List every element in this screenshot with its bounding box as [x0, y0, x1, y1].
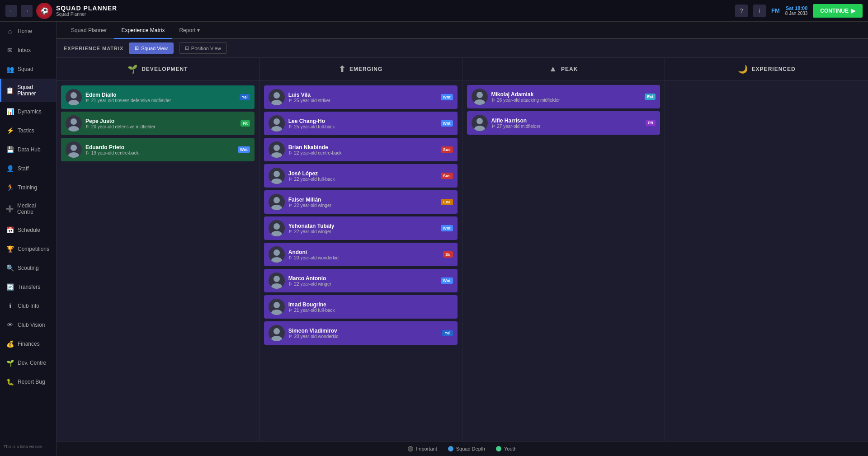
player-avatar: [269, 220, 285, 236]
sidebar-item-club-info[interactable]: ℹ Club Info: [0, 296, 56, 315]
player-desc: 🏳 22 year-old winger: [288, 282, 437, 287]
player-info: Mikolaj Adamiak 🏳 26 year-old attacking …: [491, 91, 642, 103]
sidebar-item-label: Schedule: [18, 227, 40, 233]
continue-button[interactable]: CONTINUE ▶: [813, 4, 863, 18]
forward-button[interactable]: →: [21, 5, 33, 17]
player-card[interactable]: Andoni 🏳 20 year-old wonderkid Su: [264, 243, 458, 266]
player-avatar: [269, 325, 285, 341]
squad-view-button[interactable]: ⊞ Squad View: [129, 42, 174, 54]
continue-label: CONTINUE: [820, 8, 849, 14]
svg-point-28: [476, 118, 483, 124]
column-emerging: ⬆EMERGING Luis Vila 🏳 25 year-old strike…: [259, 58, 462, 441]
tab-experience-matrix[interactable]: Experience Matrix: [114, 22, 172, 39]
sidebar-item-data-hub[interactable]: 💾 Data Hub: [0, 140, 56, 159]
sidebar-item-dynamics[interactable]: 📊 Dynamics: [0, 102, 56, 121]
player-info: José López 🏳 22 year-old full-back: [288, 170, 437, 182]
home-icon: ⌂: [6, 27, 14, 35]
player-desc: 🏳 21 year-old full-back: [288, 308, 453, 313]
inbox-icon: ✉: [6, 46, 14, 54]
emerging-icon: ⬆: [339, 64, 346, 74]
sidebar-item-staff[interactable]: 👤 Staff: [0, 159, 56, 178]
sidebar-item-squad[interactable]: 👥 Squad: [0, 60, 56, 79]
player-card[interactable]: Marco Antonio 🏳 22 year-old winger Wnt: [264, 269, 458, 292]
player-card[interactable]: José López 🏳 22 year-old full-back Sus: [264, 164, 458, 188]
svg-point-3: [68, 126, 79, 132]
player-badge: Wnt: [238, 146, 250, 153]
date-full: 8 Jan 2033: [785, 11, 808, 16]
player-card[interactable]: Imad Bougrine 🏳 21 year-old full-back: [264, 295, 458, 319]
sidebar-item-club-vision[interactable]: 👁 Club Vision: [0, 315, 56, 334]
dev-centre-icon: 🌱: [6, 359, 14, 367]
position-view-button[interactable]: ⊟ Position View: [179, 42, 227, 54]
player-card[interactable]: Mikolaj Adamiak 🏳 26 year-old attacking …: [467, 85, 660, 108]
player-desc: 🏳 20 year-old wonderkid: [288, 255, 439, 260]
player-avatar: [269, 299, 285, 315]
back-button[interactable]: ←: [5, 5, 17, 17]
player-avatar: [66, 115, 82, 132]
sidebar-item-label: Dev. Centre: [18, 360, 46, 366]
sidebar-item-label: Dynamics: [18, 108, 42, 115]
svg-point-17: [271, 231, 282, 236]
svg-point-19: [271, 257, 282, 263]
tab-squad-planner[interactable]: Squad Planner: [64, 22, 114, 39]
player-name: Lee Chang-Ho: [288, 118, 437, 124]
sidebar-item-inbox[interactable]: ✉ Inbox: [0, 41, 56, 60]
squad-depth-dot: [448, 446, 453, 451]
player-name: Luis Vila: [288, 92, 437, 98]
sidebar-item-dev-centre[interactable]: 🌱 Dev. Centre: [0, 353, 56, 372]
sidebar-item-medical[interactable]: ➕ Medical Centre: [0, 197, 56, 221]
player-name: José López: [288, 170, 437, 177]
player-avatar: [66, 89, 82, 105]
sidebar-item-report-bug[interactable]: 🐛 Report Bug: [0, 372, 56, 391]
tab-report[interactable]: Report ▾: [172, 22, 207, 39]
sidebar-item-schedule[interactable]: 📅 Schedule: [0, 221, 56, 240]
sidebar-item-home[interactable]: ⌂ Home: [0, 22, 56, 41]
svg-point-14: [274, 197, 280, 203]
help-icon[interactable]: ?: [735, 5, 748, 17]
player-desc: 🏳 22 year-old centre-back: [288, 150, 437, 155]
player-card[interactable]: Edem Diallo 🏳 21 year-old tireless defen…: [61, 85, 255, 109]
sidebar-item-tactics[interactable]: ⚡ Tactics: [0, 121, 56, 140]
sidebar-item-finances[interactable]: 💰 Finances: [0, 334, 56, 353]
svg-point-22: [274, 302, 280, 308]
player-badge: PR: [646, 120, 656, 126]
svg-point-13: [271, 179, 282, 184]
section-label: EXPERIENCE MATRIX: [64, 46, 123, 51]
squad-icon: 👥: [6, 65, 14, 73]
player-card[interactable]: Lee Chang-Ho 🏳 25 year-old full-back Wnt: [264, 112, 458, 135]
content-area: Squad Planner Experience Matrix Report ▾…: [57, 22, 868, 456]
top-bar-right: ? i FM Sat 18:00 8 Jan 2033 CONTINUE ▶: [735, 4, 863, 18]
svg-point-0: [71, 92, 77, 99]
player-badge: Yel: [442, 330, 453, 336]
player-card[interactable]: Yehonatan Tubaly 🏳 22 year-old winger Wn…: [264, 216, 458, 240]
fm-logo: FM: [771, 7, 780, 14]
player-badge: Loa: [441, 199, 453, 205]
player-card[interactable]: Pepe Justo 🏳 20 year-old defensive midfi…: [61, 112, 255, 135]
club-badge: ⚽: [36, 3, 52, 19]
player-card[interactable]: Brian Nkabinde 🏳 22 year-old centre-back…: [264, 138, 458, 161]
player-card[interactable]: Alfie Harrison 🏳 27 year-old midfielder …: [467, 111, 660, 135]
tactics-icon: ⚡: [6, 127, 14, 135]
player-card[interactable]: Luis Vila 🏳 25 year-old striker Wnt: [264, 85, 458, 109]
peak-icon: ▲: [549, 64, 557, 74]
sidebar-item-competitions[interactable]: 🏆 Competitions: [0, 240, 56, 259]
player-card[interactable]: Faiser Millán 🏳 22 year-old winger Loa: [264, 190, 458, 214]
sidebar-item-label: Data Hub: [18, 146, 41, 153]
sidebar-item-label: Transfers: [18, 284, 40, 290]
sidebar-item-training[interactable]: 🏃 Training: [0, 178, 56, 197]
info-icon[interactable]: i: [753, 5, 766, 17]
sidebar-item-scouting[interactable]: 🔍 Scouting: [0, 259, 56, 277]
page-title: SQUAD PLANNER: [56, 5, 117, 12]
sidebar-item-transfers[interactable]: 🔄 Transfers: [0, 277, 56, 296]
svg-point-6: [274, 92, 280, 99]
club-vision-icon: 👁: [6, 321, 14, 329]
col-body-peak: Mikolaj Adamiak 🏳 26 year-old attacking …: [462, 80, 665, 441]
training-icon: 🏃: [6, 183, 14, 192]
player-avatar: [66, 141, 82, 158]
sidebar-item-squad-planner[interactable]: 📋 Squad Planner: [0, 79, 56, 102]
svg-point-15: [271, 205, 282, 210]
player-name: Faiser Millán: [288, 197, 438, 203]
player-card[interactable]: Simeon Vladimirov 🏳 20 year-old wonderki…: [264, 321, 458, 345]
col-body-experienced: [665, 81, 868, 441]
player-card[interactable]: Eduardo Prieto 🏳 19 year-old centre-back…: [61, 138, 255, 161]
